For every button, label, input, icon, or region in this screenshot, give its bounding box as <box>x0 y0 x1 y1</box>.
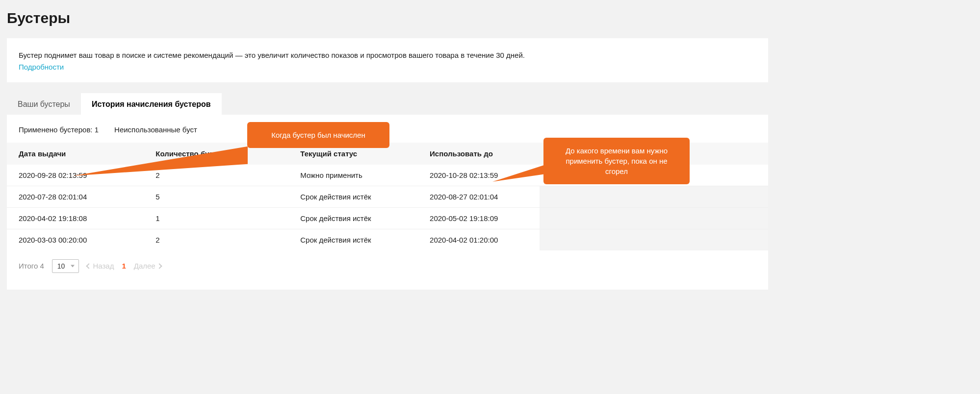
tab-your-boosters[interactable]: Ваши бустеры <box>7 93 81 115</box>
table-row: 2020-07-28 02:01:04 5 Срок действия истё… <box>7 186 768 207</box>
cell-count: 2 <box>144 229 288 250</box>
cell-status: Срок действия истёк <box>288 186 418 207</box>
page-title: Бустеры <box>7 10 768 26</box>
unused-boosters: Неиспользованные буст <box>114 125 197 134</box>
total-count: 4 <box>40 262 44 270</box>
tabs: Ваши бустеры История начисления бустеров <box>7 93 768 115</box>
next-button[interactable]: Далее <box>134 262 161 270</box>
prev-button[interactable]: Назад <box>87 262 114 270</box>
pager: Итого 4 10 Назад 1 Далее <box>7 250 768 273</box>
tab-history[interactable]: История начисления бустеров <box>81 93 222 115</box>
details-link[interactable]: Подробности <box>19 63 64 71</box>
callout-issued: Когда бустер был начислен <box>247 122 389 148</box>
applied-count: 1 <box>95 125 99 134</box>
cell-issue-date: 2020-04-02 19:18:08 <box>7 207 144 229</box>
cell-use-before: 2020-04-02 01:20:00 <box>418 229 540 250</box>
page-current[interactable]: 1 <box>122 262 126 270</box>
per-page-select[interactable]: 10 <box>52 259 79 273</box>
col-use-before: Использовать до <box>418 143 540 165</box>
panel: Применено бустеров: 1 Неиспользованные б… <box>7 115 768 290</box>
callout-use-before: До какого времени вам нужно применить бу… <box>543 138 690 184</box>
cell-comment <box>540 207 768 229</box>
cell-issue-date: 2020-03-03 00:20:00 <box>7 229 144 250</box>
cell-use-before: 2020-08-27 02:01:04 <box>418 186 540 207</box>
prev-label: Назад <box>93 262 114 270</box>
info-text: Бустер поднимет ваш товар в поиске и сис… <box>19 50 756 61</box>
cell-status: Срок действия истёк <box>288 207 418 229</box>
cell-comment <box>540 229 768 250</box>
cell-status: Срок действия истёк <box>288 229 418 250</box>
cell-use-before: 2020-05-02 19:18:09 <box>418 207 540 229</box>
applied-boosters: Применено бустеров: 1 <box>19 125 99 134</box>
cell-status: Можно применить <box>288 165 418 186</box>
next-label: Далее <box>134 262 155 270</box>
chevron-right-icon <box>156 263 162 269</box>
applied-label: Применено бустеров: <box>19 125 93 134</box>
chevron-left-icon <box>86 263 92 269</box>
col-issue-date: Дата выдачи <box>7 143 144 165</box>
table-row: 2020-04-02 19:18:08 1 Срок действия истё… <box>7 207 768 229</box>
cell-count: 5 <box>144 186 288 207</box>
total: Итого 4 <box>19 262 44 270</box>
cell-issue-date: 2020-07-28 02:01:04 <box>7 186 144 207</box>
info-card: Бустер поднимет ваш товар в поиске и сис… <box>7 38 768 82</box>
cell-count: 1 <box>144 207 288 229</box>
total-label: Итого <box>19 262 38 270</box>
table-row: 2020-03-03 00:20:00 2 Срок действия истё… <box>7 229 768 250</box>
cell-comment <box>540 186 768 207</box>
